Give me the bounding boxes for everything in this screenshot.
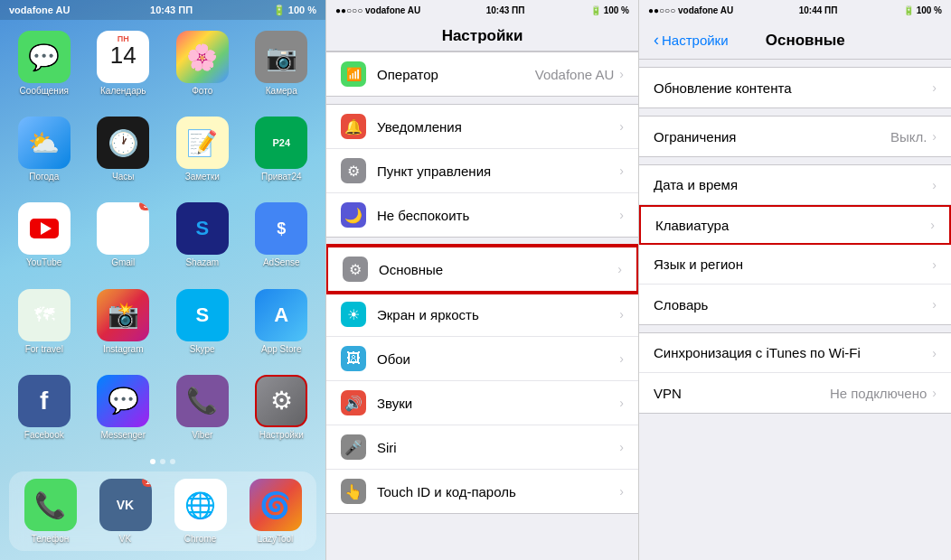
chevron-icon: › [619,351,624,366]
page-dots [0,459,325,468]
app-instagram[interactable]: 📸 Instagram [89,289,159,366]
app-gmail[interactable]: ✉ 3 Gmail [89,202,159,279]
general-row-restrictions[interactable]: Ограничения Выкл. › [639,117,951,156]
general-row-dictionary[interactable]: Словарь › [639,285,951,324]
chevron-icon: › [932,257,937,272]
general-row-keyboard[interactable]: Клавиатура › [639,205,951,245]
settings-row-dnd[interactable]: 🌙 Не беспокоить › [326,193,638,237]
spacer [639,157,951,164]
app-privat24-label: Приват24 [261,172,302,182]
settings-row-operator[interactable]: 📶 Оператор Vodafone AU › [326,52,638,96]
general-row-vpn[interactable]: VPN Не подключено › [639,373,951,413]
app-grid: 💬 Сообщения ПН 14 Календарь 🌸 Фото 📷 Кам… [0,20,325,459]
app-clock[interactable]: 🕐 Часы [89,117,159,193]
settings-page-title: Настройки [341,27,624,45]
sounds-label: Звуки [377,396,619,411]
siri-icon: 🎤 [341,434,366,460]
dock-lazytool[interactable]: 🌀 LazyTool [241,479,309,544]
general-list: Обновление контента › Ограничения Выкл. … [639,60,951,560]
app-appstore[interactable]: A App Store [247,289,317,366]
app-shazam[interactable]: S Shazam [167,202,238,279]
display-icon: ☀ [341,302,366,327]
chevron-icon: › [617,262,622,276]
settings-row-control[interactable]: ⚙ Пункт управления › [326,149,638,193]
settings-row-sounds[interactable]: 🔊 Звуки › [326,381,638,425]
app-maps[interactable]: 🗺 For travel [9,289,80,366]
back-button[interactable]: ‹ Настройки [654,31,729,50]
facebook-icon: f [18,375,71,427]
app-notes[interactable]: 📝 Заметки [167,117,238,193]
dictionary-label: Словарь [654,297,932,313]
keyboard-label: Клавиатура [655,218,930,233]
wallpaper-label: Обои [377,351,619,367]
app-weather[interactable]: ⛅ Погода [9,117,80,193]
settings-row-display[interactable]: ☀ Экран и яркость › [326,293,638,337]
app-calendar[interactable]: ПН 14 Календарь [89,31,159,107]
chevron-icon: › [619,67,624,81]
sounds-icon: 🔊 [341,390,366,415]
general-row-language[interactable]: Язык и регион › [639,245,951,285]
settings-header: Настройки [326,20,638,51]
app-settings[interactable]: ⚙ Настройки [247,375,317,452]
dock-vk-label: VK [119,534,131,544]
settings-row-touchid[interactable]: 👆 Touch ID и код-пароль › [326,470,638,513]
app-adsense[interactable]: $ AdSense [247,202,317,279]
app-viber[interactable]: 📞 Viber [167,375,238,452]
spacer [326,238,638,245]
chevron-icon: › [932,386,937,400]
chrome-icon: 🌐 [174,479,227,531]
dock-lazytool-label: LazyTool [258,534,293,544]
app-facebook[interactable]: f Facebook [9,375,80,452]
settings-screen-panel: ●●○○○ vodafone AU 10:43 ПП 🔋 100 % Настр… [325,0,638,560]
app-notes-label: Заметки [185,172,220,182]
back-chevron-icon: ‹ [654,31,659,50]
general-row-itunes[interactable]: Синхронизация с iTunes по Wi-Fi › [639,333,951,373]
settings-list: 📶 Оператор Vodafone AU › 🔔 Уведомления ›… [326,51,638,560]
chevron-icon: › [619,440,624,454]
app-camera[interactable]: 📷 Камера [247,31,317,107]
app-youtube[interactable]: YouTube [9,202,80,279]
settings-row-wallpaper[interactable]: 🖼 Обои › [326,337,638,381]
weather-icon: ⛅ [18,117,71,169]
chevron-icon: › [932,297,937,312]
carrier-1: vodafone AU [9,5,70,15]
chevron-icon: › [932,80,937,95]
notifications-icon: 🔔 [341,114,366,139]
battery-1: 🔋 100 % [273,5,316,16]
app-messages-label: Сообщения [20,86,69,96]
app-shazam-label: Shazam [185,257,219,267]
general-row-datetime[interactable]: Дата и время › [639,165,951,205]
restrictions-label: Ограничения [654,129,890,145]
notes-icon: 📝 [176,117,229,169]
operator-value: Vodafone AU [535,67,615,82]
camera-icon: 📷 [255,31,307,83]
general-page-title: Основные [729,32,882,50]
lazytool-icon: 🌀 [250,479,302,531]
dock: 📞 Телефон VK 1 VK 🌐 Chrome 🌀 LazyTool [9,471,316,551]
settings-icon: ⚙ [255,375,307,427]
adsense-icon: $ [255,202,307,255]
app-appstore-label: App Store [261,344,301,354]
dock-vk[interactable]: VK 1 VK [91,479,159,544]
settings-row-siri[interactable]: 🎤 Siri › [326,425,638,470]
general-row-content-update[interactable]: Обновление контента › [639,68,951,107]
settings-row-general[interactable]: ⚙ Основные › [326,246,638,293]
carrier-2: ●●○○○ vodafone AU [335,5,420,15]
dock-phone[interactable]: 📞 Телефон [16,479,84,544]
settings-row-notifications[interactable]: 🔔 Уведомления › [326,105,638,149]
app-skype[interactable]: S Skype [167,289,238,366]
app-privat24[interactable]: P24 Приват24 [247,117,317,193]
youtube-icon [18,202,71,255]
app-messenger[interactable]: 💬 Messenger [89,375,159,452]
dock-chrome[interactable]: 🌐 Chrome [166,479,234,544]
vk-badge: 1 [142,479,152,487]
back-label: Настройки [662,33,729,48]
appstore-icon: A [255,289,307,341]
chevron-icon: › [619,119,624,134]
datetime-label: Дата и время [654,177,932,192]
app-photos[interactable]: 🌸 Фото [167,31,238,107]
operator-label: Оператор [377,67,535,82]
app-messages[interactable]: 💬 Сообщения [9,31,80,107]
spacer [639,60,951,67]
maps-icon: 🗺 [18,289,71,341]
